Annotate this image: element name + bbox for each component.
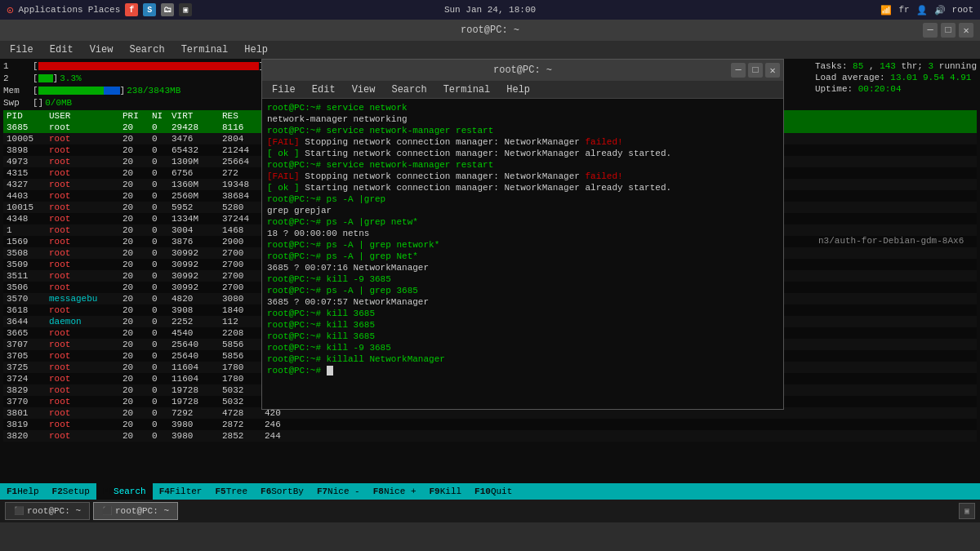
bg-win-controls[interactable]: ─ □ ✕ xyxy=(923,23,973,38)
terminal-line: root@PC:~# service network-manager resta… xyxy=(267,159,778,171)
username-display: root xyxy=(952,5,973,15)
float-win-controls[interactable]: ─ □ ✕ xyxy=(731,63,780,78)
proc-user: root xyxy=(49,122,122,132)
f4-filter[interactable]: F4Filter xyxy=(153,483,209,500)
table-row[interactable]: 3819 root 20 0 3980 2872 246 xyxy=(3,419,977,430)
float-menu-file[interactable]: File xyxy=(265,83,302,96)
float-maximize-button[interactable]: □ xyxy=(748,63,763,78)
proc-res: 25664 xyxy=(222,157,265,167)
proc-pid: 3685 xyxy=(7,122,49,132)
places-menu[interactable]: Places xyxy=(88,5,121,15)
cpu1-label: 1 xyxy=(3,61,33,71)
proc-virt: 3980 xyxy=(172,431,222,441)
proc-pri: 20 xyxy=(122,122,152,132)
mem-bar2 xyxy=(104,87,120,95)
app-icon-4[interactable]: ▣ xyxy=(179,3,192,16)
proc-pid: 3725 xyxy=(7,362,49,372)
proc-pri: 20 xyxy=(122,134,152,144)
float-menu-search[interactable]: Search xyxy=(385,83,433,96)
float-menu-terminal[interactable]: Terminal xyxy=(437,83,497,96)
proc-virt: 3908 xyxy=(172,305,222,315)
terminal-line: [FAIL] Stopping network connection manag… xyxy=(267,171,778,182)
proc-ni: 0 xyxy=(152,214,172,224)
taskbar-task-2[interactable]: ⬛ root@PC: ~ xyxy=(93,502,178,520)
f5-tree[interactable]: F5Tree xyxy=(208,483,254,500)
minimize-button[interactable]: ─ xyxy=(923,23,938,38)
f8-niceplus[interactable]: F8Nice + xyxy=(367,483,423,500)
proc-pid: 3819 xyxy=(7,420,49,429)
menu-search[interactable]: Search xyxy=(122,43,171,56)
lang-indicator: fr xyxy=(898,5,909,15)
terminal-line: 3685 ? 00:07:57 NetworkManager xyxy=(267,296,778,308)
proc-pri: 20 xyxy=(122,202,152,212)
proc-pri: 20 xyxy=(122,305,152,315)
proc-res: 8116 xyxy=(222,122,265,132)
terminal-line: [FAIL] Stopping network connection manag… xyxy=(267,136,778,148)
proc-virt: 19728 xyxy=(172,397,222,407)
terminal-line: network-manager networking xyxy=(267,113,778,125)
app-icon-2[interactable]: S xyxy=(143,3,156,16)
applications-menu[interactable]: Applications xyxy=(18,5,82,15)
app-icon-1[interactable]: f xyxy=(125,3,138,16)
proc-res: 2700 xyxy=(222,248,265,258)
proc-res: 1468 xyxy=(222,225,265,235)
close-button[interactable]: ✕ xyxy=(959,23,973,38)
f3-search[interactable]: F3Search xyxy=(96,483,153,500)
menu-help[interactable]: Help xyxy=(238,43,274,56)
proc-virt: 1309M xyxy=(172,157,222,167)
proc-virt: 7292 xyxy=(172,408,222,418)
network-icon: 📶 xyxy=(880,5,892,16)
float-terminal-window[interactable]: root@PC: ~ ─ □ ✕ File Edit View Search T… xyxy=(261,59,784,410)
proc-virt: 6756 xyxy=(172,168,222,178)
menu-view[interactable]: View xyxy=(83,43,120,56)
proc-user: root xyxy=(49,260,122,269)
system-clock: Sun Jan 24, 18:00 xyxy=(444,5,536,15)
taskbar-square-icon[interactable]: ▣ xyxy=(959,503,975,519)
terminal-line: root@PC:~# kill 3685 xyxy=(267,319,778,331)
menu-file[interactable]: File xyxy=(3,43,40,56)
float-menu-edit[interactable]: Edit xyxy=(305,83,342,96)
terminal-line: [ ok ] Starting network connection manag… xyxy=(267,182,778,193)
proc-user: root xyxy=(49,202,122,212)
terminal-line: root@PC:~# ps -A | grep Net* xyxy=(267,251,778,262)
app-icon-3[interactable]: 🗂 xyxy=(161,3,174,16)
proc-user: root xyxy=(49,340,122,349)
proc-res: 38684 xyxy=(222,191,265,201)
proc-res: 1840 xyxy=(222,305,265,315)
proc-pri: 20 xyxy=(122,340,152,349)
proc-res: 2700 xyxy=(222,282,265,292)
proc-pri: 20 xyxy=(122,420,152,429)
f10-quit[interactable]: F10Quit xyxy=(468,483,519,500)
taskbar-task-1[interactable]: ⬛ root@PC: ~ xyxy=(5,502,90,520)
taskbar-right: ▣ xyxy=(959,503,975,519)
f1-help[interactable]: F1Help xyxy=(0,483,46,500)
bg-window-titlebar: root@PC: ~ ─ □ ✕ xyxy=(0,20,980,41)
table-row[interactable]: 3820 root 20 0 3980 2852 244 xyxy=(3,430,977,442)
terminal-icon-2: ⬛ xyxy=(102,506,112,516)
proc-pid: 3705 xyxy=(7,351,49,361)
proc-pri: 20 xyxy=(122,157,152,167)
sound-icon: 🔊 xyxy=(934,5,946,16)
proc-user: root xyxy=(49,431,122,441)
f2-setup[interactable]: F2Setup xyxy=(46,483,96,500)
float-menu-help[interactable]: Help xyxy=(500,83,537,96)
maximize-button[interactable]: □ xyxy=(941,23,956,38)
menu-edit[interactable]: Edit xyxy=(43,43,80,56)
taskbar-task-2-label: root@PC: ~ xyxy=(115,506,169,516)
proc-pri: 20 xyxy=(122,180,152,189)
system-bar: ⊙ Applications Places f S 🗂 ▣ Sun Jan 24… xyxy=(0,0,980,20)
f7-nice[interactable]: F7Nice - xyxy=(310,483,367,500)
proc-user: root xyxy=(49,397,122,407)
float-minimize-button[interactable]: ─ xyxy=(731,63,746,78)
f6-sortby[interactable]: F6SortBy xyxy=(254,483,310,500)
proc-pid: 3829 xyxy=(7,385,49,395)
f9-kill[interactable]: F9Kill xyxy=(423,483,469,500)
proc-user: root xyxy=(49,180,122,189)
menu-terminal[interactable]: Terminal xyxy=(175,43,235,56)
proc-pid: 1 xyxy=(7,225,49,235)
proc-pri: 20 xyxy=(122,362,152,372)
float-close-button[interactable]: ✕ xyxy=(765,63,780,78)
proc-res: 2852 xyxy=(222,431,265,441)
proc-virt: 29428 xyxy=(172,122,222,132)
float-menu-view[interactable]: View xyxy=(345,83,382,96)
